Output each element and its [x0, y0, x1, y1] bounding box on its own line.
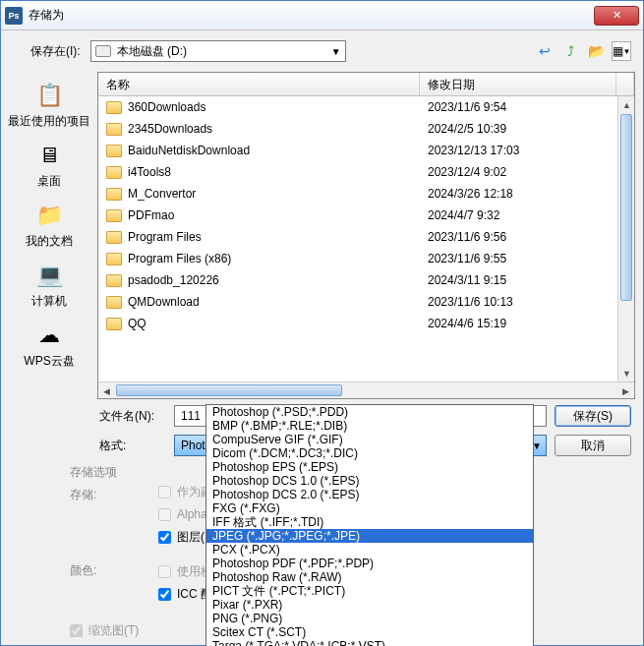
new-folder-icon[interactable]: 📂 [586, 41, 606, 61]
format-option[interactable]: IFF 格式 (*.IFF;*.TDI) [206, 515, 533, 529]
file-date: 2024/4/7 9:32 [420, 208, 616, 222]
body: 📋最近使用的项目🖥桌面📁我的文档💻计算机☁WPS云盘 名称 修改日期 360Do… [1, 72, 643, 399]
format-option[interactable]: Photoshop (*.PSD;*.PDD) [206, 405, 533, 419]
format-option[interactable]: FXG (*.FXG) [206, 501, 533, 515]
file-row[interactable]: psadodb_1202262024/3/11 9:15 [98, 269, 634, 291]
file-name: QQ [128, 317, 146, 330]
place-label: 最近使用的项目 [8, 113, 90, 130]
close-button[interactable]: ✕ [594, 6, 639, 26]
scroll-left-arrow[interactable]: ◀ [98, 382, 115, 399]
scroll-thumb[interactable] [620, 114, 632, 301]
view-menu-icon[interactable]: ▦▼ [612, 41, 631, 61]
place-label: 我的文档 [26, 233, 73, 250]
file-name: QMDownload [128, 295, 200, 309]
folder-icon [106, 166, 122, 179]
save-as-dialog: Ps 存储为 ✕ 保存在(I): 本地磁盘 (D:) ▼ ↩ ⤴ 📂 ▦▼ 📋最… [0, 0, 644, 646]
file-date: 2023/12/13 17:03 [420, 144, 616, 157]
folder-icon [106, 101, 122, 114]
file-date: 2024/2/5 10:39 [420, 122, 616, 136]
file-row[interactable]: 360Downloads2023/11/6 9:54 [98, 96, 634, 118]
chevron-down-icon: ▼ [331, 46, 341, 57]
column-date[interactable]: 修改日期 [420, 73, 616, 95]
file-row[interactable]: M_Convertor2024/3/26 12:18 [98, 183, 634, 205]
vertical-scrollbar[interactable]: ▲ ▼ [617, 96, 634, 382]
place-item[interactable]: 📁我的文档 [1, 196, 97, 254]
place-icon: 📋 [33, 80, 65, 111]
cancel-button[interactable]: 取消 [555, 435, 631, 456]
format-option[interactable]: JPEG (*.JPG;*.JPEG;*.JPE) [206, 529, 533, 543]
column-name[interactable]: 名称 [98, 73, 420, 95]
format-option[interactable]: PICT 文件 (*.PCT;*.PICT) [206, 584, 533, 598]
folder-icon [106, 209, 122, 222]
folder-icon [106, 145, 122, 157]
file-row[interactable]: PDFmao2024/4/7 9:32 [98, 205, 634, 226]
icc-checkbox[interactable] [158, 588, 171, 601]
options-labels: 存储选项 存储: 颜色: [70, 464, 139, 603]
alpha-checkbox [158, 508, 171, 521]
format-option[interactable]: Photoshop Raw (*.RAW) [206, 570, 533, 584]
title-bar: Ps 存储为 ✕ [1, 1, 643, 30]
save-in-combo[interactable]: 本地磁盘 (D:) ▼ [90, 40, 346, 62]
color-label: 颜色: [70, 562, 139, 579]
file-name: PDFmao [128, 208, 174, 222]
file-name: M_Convertor [128, 187, 196, 201]
file-date: 2024/3/11 9:15 [420, 273, 616, 287]
folder-icon [106, 274, 122, 287]
back-icon[interactable]: ↩ [535, 41, 555, 61]
place-item[interactable]: 💻计算机 [1, 256, 97, 314]
format-option[interactable]: Photoshop DCS 2.0 (*.EPS) [206, 488, 533, 501]
file-date: 2023/11/6 9:54 [420, 100, 616, 114]
file-row[interactable]: BaiduNetdiskDownload2023/12/13 17:03 [98, 140, 634, 161]
layers-checkbox[interactable] [158, 531, 171, 544]
toolbar: 保存在(I): 本地磁盘 (D:) ▼ ↩ ⤴ 📂 ▦▼ [1, 30, 643, 72]
file-date: 2023/12/4 9:02 [420, 165, 616, 179]
file-name: Program Files (x86) [128, 252, 231, 265]
file-header: 名称 修改日期 [98, 73, 634, 96]
format-dropdown[interactable]: Photoshop (*.PSD;*.PDD)BMP (*.BMP;*.RLE;… [205, 404, 534, 646]
folder-icon [106, 318, 122, 330]
file-name: i4Tools8 [128, 165, 171, 179]
file-row[interactable]: QMDownload2023/11/6 10:13 [98, 291, 634, 313]
file-list[interactable]: 360Downloads2023/11/6 9:542345Downloads2… [98, 96, 634, 382]
format-option[interactable]: Photoshop PDF (*.PDF;*.PDP) [206, 557, 533, 570]
place-item[interactable]: 📋最近使用的项目 [1, 76, 97, 134]
scroll-up-arrow[interactable]: ▲ [618, 96, 634, 113]
scroll-right-arrow[interactable]: ▶ [617, 382, 634, 399]
format-option[interactable]: PNG (*.PNG) [206, 612, 533, 625]
up-icon[interactable]: ⤴ [560, 41, 580, 61]
format-option[interactable]: Dicom (*.DCM;*.DC3;*.DIC) [206, 446, 533, 460]
scroll-thumb-h[interactable] [116, 384, 342, 396]
horizontal-scrollbar[interactable]: ◀ ▶ [98, 382, 634, 398]
file-row[interactable]: Program Files (x86)2023/11/6 9:55 [98, 248, 634, 269]
place-item[interactable]: ☁WPS云盘 [1, 316, 97, 374]
storage-label: 存储: [70, 487, 139, 503]
format-option[interactable]: Targa (*.TGA;*.VDA;*.ICB;*.VST) [206, 639, 533, 646]
format-option[interactable]: CompuServe GIF (*.GIF) [206, 433, 533, 446]
storage-options-label: 存储选项 [70, 464, 139, 481]
format-option[interactable]: PCX (*.PCX) [206, 543, 533, 557]
format-option[interactable]: Photoshop EPS (*.EPS) [206, 460, 533, 474]
file-name: 360Downloads [128, 100, 205, 114]
scroll-down-arrow[interactable]: ▼ [618, 365, 634, 382]
proof-checkbox [158, 565, 171, 578]
filename-value: 111 [181, 409, 201, 423]
format-option[interactable]: Photoshop DCS 1.0 (*.EPS) [206, 474, 533, 488]
file-row[interactable]: 2345Downloads2024/2/5 10:39 [98, 118, 634, 140]
format-option[interactable]: Pixar (*.PXR) [206, 598, 533, 612]
format-label: 格式: [99, 438, 166, 454]
file-date: 2023/11/6 10:13 [420, 295, 616, 309]
save-button[interactable]: 保存(S) [555, 405, 631, 427]
place-icon: 📁 [33, 200, 65, 231]
file-name: psadodb_120226 [128, 273, 219, 287]
file-row[interactable]: i4Tools82023/12/4 9:02 [98, 161, 634, 183]
save-in-label: 保存在(I): [30, 43, 81, 60]
drive-text: 本地磁盘 (D:) [117, 43, 331, 60]
file-row[interactable]: Program Files2023/11/6 9:56 [98, 226, 634, 248]
place-item[interactable]: 🖥桌面 [1, 136, 97, 194]
file-name: Program Files [128, 230, 202, 244]
file-row[interactable]: QQ2024/4/6 15:19 [98, 313, 634, 334]
filename-label: 文件名(N): [99, 408, 166, 425]
format-option[interactable]: Scitex CT (*.SCT) [206, 625, 533, 639]
format-option[interactable]: BMP (*.BMP;*.RLE;*.DIB) [206, 419, 533, 433]
place-label: 桌面 [37, 173, 61, 190]
